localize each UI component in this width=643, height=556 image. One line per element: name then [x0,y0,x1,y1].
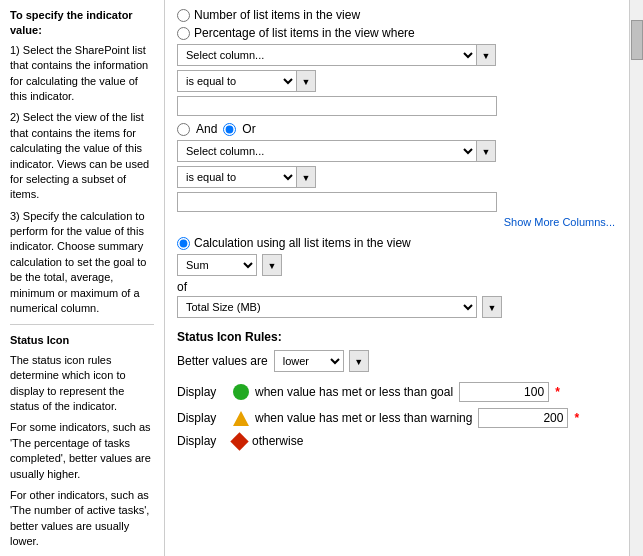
select-column1-arrow[interactable]: ▼ [476,44,496,66]
sum-row: Sum ▼ [177,254,617,276]
warning-required-star: * [574,411,579,425]
and-label: And [196,122,217,136]
sidebar-title-2: Status Icon [10,333,154,348]
and-radio[interactable] [177,123,190,136]
display-label-1: Display [177,385,227,399]
radio-calculation-all-label: Calculation using all list items in the … [194,236,411,250]
is-equal-to-1-select[interactable]: is equal to [177,70,297,92]
sidebar-divider [10,324,154,325]
sidebar-step3: 3) Specify the calculation to perform fo… [10,209,154,317]
display-label-2: Display [177,411,227,425]
radio-row-2: Percentage of list items in the view whe… [177,26,617,40]
is-equal-to-2-select[interactable]: is equal to [177,166,297,188]
goal-required-star: * [555,385,560,399]
sum-select[interactable]: Sum [177,254,257,276]
select-column2-row: Select column... ▼ [177,140,617,162]
select-column2-arrow[interactable]: ▼ [476,140,496,162]
select-column1-row: Select column... ▼ [177,44,617,66]
column2-value-input[interactable] [177,192,497,212]
radio-row-3: Calculation using all list items in the … [177,236,617,250]
better-values-arrow[interactable]: ▼ [349,350,369,372]
is-equal-to-2-arrow[interactable]: ▼ [296,166,316,188]
radio-calculation-all[interactable] [177,237,190,250]
display-rule-warning: Display when value has met or less than … [177,408,617,428]
sidebar-status-desc3: For other indicators, such as 'The numbe… [10,488,154,550]
sidebar-step1: 1) Select the SharePoint list that conta… [10,43,154,105]
main-content: Number of list items in the view Percent… [165,0,629,556]
otherwise-rule-text: otherwise [252,434,303,448]
goal-rule-text: when value has met or less than goal [255,385,453,399]
and-or-row: And Or [177,122,617,136]
select-column-1[interactable]: Select column... [177,44,477,66]
sidebar-title-1: To specify the indicator value: [10,8,154,39]
display-rule-goal: Display when value has met or less than … [177,382,617,402]
or-radio[interactable] [223,123,236,136]
scrollbar-thumb[interactable] [631,20,643,60]
of-label: of [177,280,617,294]
total-size-row: Total Size (MB) ▼ [177,296,617,318]
sidebar-status-desc1: The status icon rules determine which ic… [10,353,154,415]
is-equal-to-1-row: is equal to ▼ [177,70,617,92]
show-more-link[interactable]: Show More Columns... [177,216,617,228]
sum-arrow[interactable]: ▼ [262,254,282,276]
better-values-label: Better values are [177,354,268,368]
scrollbar[interactable] [629,0,643,556]
red-diamond-icon [230,432,248,450]
display-rule-otherwise: Display otherwise [177,434,617,448]
warning-value-input[interactable] [478,408,568,428]
column1-value-input[interactable] [177,96,497,116]
is-equal-to-1-arrow[interactable]: ▼ [296,70,316,92]
green-circle-icon [233,384,249,400]
status-icon-section: Status Icon Rules: Better values are low… [177,330,617,448]
goal-value-input[interactable] [459,382,549,402]
radio-number-items-label: Number of list items in the view [194,8,360,22]
sidebar: To specify the indicator value: 1) Selec… [0,0,165,556]
status-icon-rules-title: Status Icon Rules: [177,330,617,344]
total-size-arrow[interactable]: ▼ [482,296,502,318]
radio-row-1: Number of list items in the view [177,8,617,22]
total-size-select[interactable]: Total Size (MB) [177,296,477,318]
sidebar-step2: 2) Select the view of the list that cont… [10,110,154,202]
yellow-triangle-icon [233,411,249,426]
better-values-row: Better values are lower ▼ [177,350,617,372]
calc-section: Calculation using all list items in the … [177,236,617,318]
better-values-select[interactable]: lower [274,350,344,372]
sidebar-status-desc2: For some indicators, such as 'The percen… [10,420,154,482]
radio-percentage-items[interactable] [177,27,190,40]
select-column-2[interactable]: Select column... [177,140,477,162]
radio-percentage-items-label: Percentage of list items in the view whe… [194,26,415,40]
warning-rule-text: when value has met or less than warning [255,411,472,425]
is-equal-to-2-row: is equal to ▼ [177,166,617,188]
radio-number-items[interactable] [177,9,190,22]
or-label: Or [242,122,255,136]
display-label-3: Display [177,434,227,448]
